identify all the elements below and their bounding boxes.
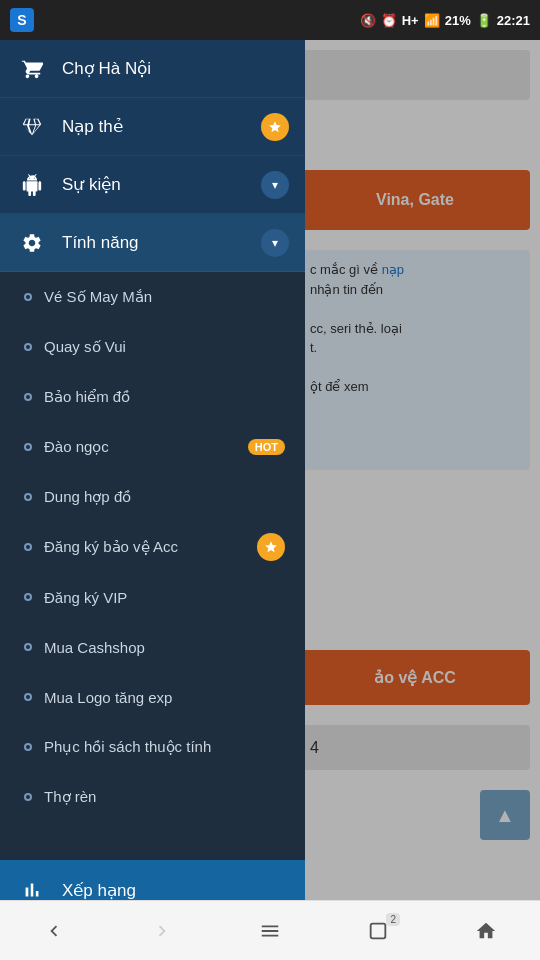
submenu-item-ve-so-may-man[interactable]: Vé Số May Mắn: [0, 272, 305, 322]
sidebar-item-nap-the[interactable]: Nạp thẻ: [0, 98, 305, 156]
app-logo: S: [10, 8, 34, 32]
tabs-count-badge: 2: [386, 913, 400, 926]
submenu-dot: [24, 693, 32, 701]
sidebar-item-cho-ha-noi-label: Chợ Hà Nội: [62, 58, 289, 79]
submenu-label-ve-so-may-man: Vé Số May Mắn: [44, 288, 285, 306]
nav-home-button[interactable]: [456, 911, 516, 951]
sidebar-item-cho-ha-noi[interactable]: Chợ Hà Nội: [0, 40, 305, 98]
submenu-label-phuc-hoi-sach-thuoc-tinh: Phục hồi sách thuộc tính: [44, 738, 285, 756]
status-bar: S 🔇 ⏰ H+ 📶 21% 🔋 22:21: [0, 0, 540, 40]
status-right: 🔇 ⏰ H+ 📶 21% 🔋 22:21: [360, 13, 530, 28]
battery-icon: 🔋: [476, 13, 492, 28]
submenu-item-mua-cashshop[interactable]: Mua Cashshop: [0, 622, 305, 672]
hot-badge: HOT: [248, 439, 285, 455]
tinh-nang-chevron: ▾: [261, 229, 289, 257]
submenu-dot: [24, 493, 32, 501]
submenu-item-tho-ren[interactable]: Thợ rèn: [0, 772, 305, 822]
submenu-dot: [24, 443, 32, 451]
submenu-label-quay-so-vui: Quay số Vui: [44, 338, 285, 356]
submenu-dot: [24, 593, 32, 601]
bottom-navigation-bar: 2: [0, 900, 540, 960]
submenu-item-dung-hop-do[interactable]: Dung hợp đồ: [0, 472, 305, 522]
status-left: S: [10, 8, 34, 32]
submenu-label-bao-hiem-do: Bảo hiểm đồ: [44, 388, 285, 406]
submenu-dot: [24, 343, 32, 351]
submenu-dot: [24, 393, 32, 401]
sidebar-item-tinh-nang-label: Tính năng: [62, 233, 261, 253]
submenu-item-quay-so-vui[interactable]: Quay số Vui: [0, 322, 305, 372]
sim-icon: 📶: [424, 13, 440, 28]
alarm-icon: ⏰: [381, 13, 397, 28]
time: 22:21: [497, 13, 530, 28]
submenu-item-mua-logo-tang-exp[interactable]: Mua Logo tăng exp: [0, 672, 305, 722]
sidebar-item-nap-the-label: Nạp thẻ: [62, 116, 261, 137]
gear-icon: [16, 227, 48, 259]
submenu-label-dao-ngoc: Đào ngọc: [44, 438, 248, 456]
sidebar-item-su-kien-label: Sự kiện: [62, 174, 261, 195]
submenu-label-dang-ky-bao-ve-acc: Đăng ký bảo vệ Acc: [44, 538, 257, 556]
mute-icon: 🔇: [360, 13, 376, 28]
cart-icon: [16, 53, 48, 85]
submenu-label-mua-cashshop: Mua Cashshop: [44, 639, 285, 656]
signal-icon: H+: [402, 13, 419, 28]
dang-ky-bao-ve-acc-star-badge: [257, 533, 285, 561]
submenu-dot: [24, 793, 32, 801]
submenu-dot: [24, 293, 32, 301]
nap-the-star-badge: [261, 113, 289, 141]
nav-menu-button[interactable]: [240, 911, 300, 951]
submenu-item-dang-ky-bao-ve-acc[interactable]: Đăng ký bảo vệ Acc: [0, 522, 305, 572]
diamond-icon: [16, 111, 48, 143]
submenu-item-phuc-hoi-sach-thuoc-tinh[interactable]: Phục hồi sách thuộc tính: [0, 722, 305, 772]
nav-tabs-button[interactable]: 2: [348, 911, 408, 951]
nav-back-button[interactable]: [24, 911, 84, 951]
battery-text: 21%: [445, 13, 471, 28]
submenu-label-tho-ren: Thợ rèn: [44, 788, 285, 806]
sidebar-item-tinh-nang[interactable]: Tính năng ▾: [0, 214, 305, 272]
su-kien-chevron: ▾: [261, 171, 289, 199]
submenu-label-dung-hop-do: Dung hợp đồ: [44, 488, 285, 506]
submenu-label-dang-ky-vip: Đăng ký VIP: [44, 589, 285, 606]
submenu-dot: [24, 743, 32, 751]
drawer-overlay[interactable]: [305, 0, 540, 960]
navigation-drawer: Chợ Hà Nội Nạp thẻ Sự kiện ▾ Tính năng: [0, 40, 305, 920]
submenu-dot: [24, 643, 32, 651]
sidebar-item-su-kien[interactable]: Sự kiện ▾: [0, 156, 305, 214]
tinh-nang-submenu: Vé Số May Mắn Quay số Vui Bảo hiểm đồ Đà…: [0, 272, 305, 860]
submenu-item-bao-hiem-do[interactable]: Bảo hiểm đồ: [0, 372, 305, 422]
submenu-item-dang-ky-vip[interactable]: Đăng ký VIP: [0, 572, 305, 622]
submenu-dot: [24, 543, 32, 551]
submenu-item-dao-ngoc[interactable]: Đào ngọc HOT: [0, 422, 305, 472]
submenu-label-mua-logo-tang-exp: Mua Logo tăng exp: [44, 689, 285, 706]
android-icon: [16, 169, 48, 201]
svg-rect-0: [371, 923, 386, 938]
nav-forward-button[interactable]: [132, 911, 192, 951]
sidebar-item-xep-hang-label: Xếp hạng: [62, 880, 136, 901]
